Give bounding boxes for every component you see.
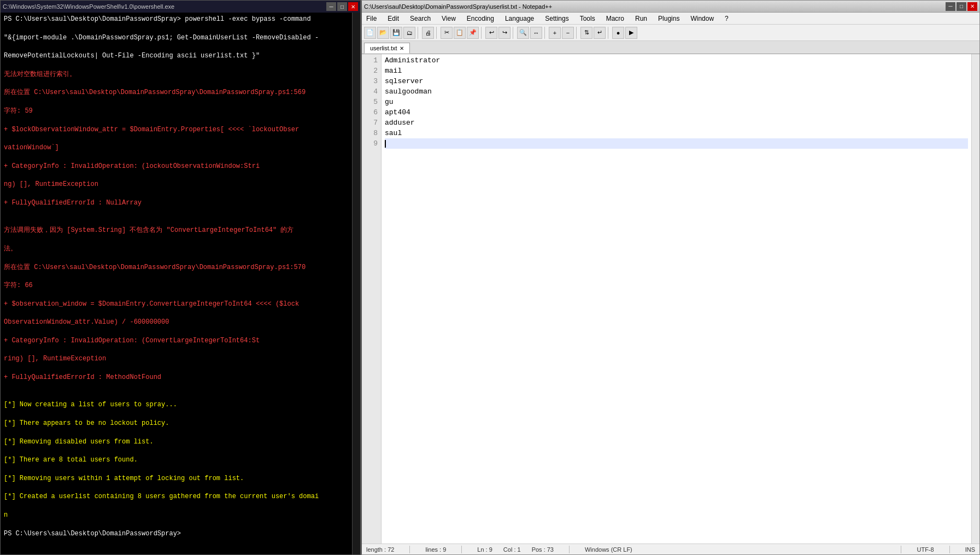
- line-number-8: 8: [362, 128, 381, 138]
- editor-line-2: mail: [385, 66, 968, 76]
- ps-line: + $observation_window = $DomainEntry.Con…: [4, 300, 349, 309]
- ps-scrollbar[interactable]: [352, 13, 360, 554]
- status-col: Col : 1: [503, 546, 521, 553]
- toolbar-wrap[interactable]: ↵: [594, 27, 606, 39]
- toolbar-sync-scroll[interactable]: ⇅: [580, 27, 592, 39]
- editor-line-8: saul: [385, 128, 968, 138]
- toolbar-paste[interactable]: 📌: [467, 27, 479, 39]
- notepadpp-window[interactable]: C:\Users\saul\Desktop\DomainPasswordSpra…: [361, 0, 980, 555]
- menu-item-language[interactable]: Language: [503, 14, 536, 24]
- menu-item-run[interactable]: Run: [633, 14, 649, 24]
- toolbar-macro-play[interactable]: ▶: [625, 27, 637, 39]
- npp-editor-area[interactable]: 123456789 Administratormailsqlserversaul…: [362, 54, 979, 544]
- status-sep4: [901, 546, 901, 553]
- toolbar-macro[interactable]: ●: [612, 27, 624, 39]
- ps-line: RemovePotentialLockouts| Out-File -Encod…: [4, 51, 349, 61]
- toolbar-cut[interactable]: ✂: [441, 27, 453, 39]
- editor-line-9: [385, 138, 968, 149]
- toolbar-save[interactable]: 💾: [390, 27, 402, 39]
- ps-line: [*] Removing disabled users from list.: [4, 437, 349, 447]
- line-number-4: 4: [362, 86, 381, 97]
- toolbar-replace[interactable]: ↔: [530, 27, 542, 39]
- npp-scrollbar-v[interactable]: [971, 54, 979, 544]
- menu-item-macro[interactable]: Macro: [604, 14, 626, 24]
- menu-item-?[interactable]: ?: [723, 14, 731, 24]
- ps-line: 方法调用失败，因为 [System.String] 不包含名为 "Convert…: [4, 226, 349, 235]
- toolbar-copy[interactable]: 📋: [454, 27, 466, 39]
- ps-line: [*] There are 8 total users found.: [4, 455, 349, 465]
- status-lines: lines : 9: [425, 546, 446, 553]
- powershell-window[interactable]: C:\Windows\System32\WindowsPowerShell\v1…: [0, 0, 361, 555]
- menu-item-edit[interactable]: Edit: [385, 14, 401, 24]
- menu-item-tools[interactable]: Tools: [578, 14, 597, 24]
- menu-item-encoding[interactable]: Encoding: [465, 14, 496, 24]
- toolbar-sep5: [544, 27, 547, 39]
- toolbar-zoom-in[interactable]: +: [549, 27, 561, 39]
- npp-titlebar: C:\Users\saul\Desktop\DomainPasswordSpra…: [362, 1, 979, 13]
- ps-line: ObservationWindow_attr.Value) / -6000000…: [4, 318, 349, 327]
- toolbar-open[interactable]: 📂: [377, 27, 389, 39]
- status-ln: Ln : 9: [477, 546, 492, 553]
- toolbar-print[interactable]: 🖨: [422, 27, 434, 39]
- ps-minimize-button[interactable]: ─: [326, 2, 336, 11]
- menu-item-window[interactable]: Window: [688, 14, 716, 24]
- menu-item-plugins[interactable]: Plugins: [656, 14, 682, 24]
- toolbar-sep2: [436, 27, 438, 39]
- status-eol: Windows (CR LF): [585, 546, 886, 553]
- line-number-1: 1: [362, 55, 381, 66]
- ps-close-button[interactable]: ✕: [348, 2, 358, 11]
- ps-maximize-button[interactable]: □: [337, 2, 347, 11]
- toolbar-zoom-out[interactable]: −: [562, 27, 574, 39]
- npp-maximize-button[interactable]: □: [956, 2, 966, 11]
- menu-item-view[interactable]: View: [439, 14, 458, 24]
- ps-line: + FullyQualifiedErrorId : MethodNotFound: [4, 373, 349, 382]
- ps-titlebar: C:\Windows\System32\WindowsPowerShell\v1…: [1, 1, 360, 13]
- toolbar-save-all[interactable]: 🗂: [403, 27, 415, 39]
- toolbar-redo[interactable]: ↪: [498, 27, 510, 39]
- ps-line: 字符: 59: [4, 107, 349, 116]
- ps-line: 法。: [4, 244, 349, 254]
- status-ins: INS: [965, 546, 975, 553]
- toolbar-new[interactable]: 📄: [364, 27, 376, 39]
- ps-line: [*] Created a userlist containing 8 user…: [4, 492, 349, 501]
- ps-window-controls[interactable]: ─ □ ✕: [326, 2, 358, 11]
- ps-line: ng) [], RuntimeException: [4, 180, 349, 189]
- ps-title: C:\Windows\System32\WindowsPowerShell\v1…: [3, 3, 174, 10]
- menu-item-search[interactable]: Search: [408, 14, 433, 24]
- menu-item-settings[interactable]: Settings: [543, 14, 571, 24]
- toolbar-sep4: [513, 27, 515, 39]
- ps-line: n: [4, 511, 349, 520]
- ps-line: 字符: 66: [4, 281, 349, 290]
- npp-tabs[interactable]: userlist.txt ✕: [362, 41, 979, 54]
- npp-line-numbers: 123456789: [362, 54, 382, 544]
- npp-title: C:\Users\saul\Desktop\DomainPasswordSpra…: [364, 3, 552, 10]
- line-number-6: 6: [362, 107, 381, 118]
- line-number-3: 3: [362, 76, 381, 86]
- ps-output: PS C:\Users\saul\Desktop\DomainPasswordS…: [1, 13, 352, 554]
- editor-line-5: gu: [385, 97, 968, 107]
- editor-line-7: adduser: [385, 118, 968, 128]
- tab-userlist[interactable]: userlist.txt ✕: [364, 43, 410, 54]
- text-cursor: [385, 140, 386, 148]
- status-sep2: [461, 546, 462, 553]
- toolbar-find[interactable]: 🔍: [517, 27, 529, 39]
- npp-close-button[interactable]: ✕: [967, 2, 977, 11]
- toolbar-sep6: [576, 27, 578, 39]
- status-sep1: [409, 546, 410, 553]
- npp-minimize-button[interactable]: ─: [946, 2, 955, 11]
- editor-line-3: sqlserver: [385, 76, 968, 86]
- npp-statusbar: length : 72 lines : 9 Ln : 9 Col : 1 Pos…: [362, 544, 979, 554]
- ps-line: PS C:\Users\saul\Desktop\DomainPasswordS…: [4, 15, 349, 24]
- ps-line: [*] Now creating a list of users to spra…: [4, 400, 349, 410]
- npp-editor[interactable]: Administratormailsqlserversaulgoodmangua…: [382, 54, 971, 544]
- npp-toolbar: 📄 📂 💾 🗂 🖨 ✂ 📋 📌 ↩ ↪ 🔍 ↔ + − ⇅ ↵ ● ▶: [362, 25, 979, 41]
- npp-menubar: FileEditSearchViewEncodingLanguageSettin…: [362, 13, 979, 25]
- npp-window-controls[interactable]: ─ □ ✕: [946, 2, 977, 11]
- toolbar-undo[interactable]: ↩: [485, 27, 497, 39]
- tab-close-icon[interactable]: ✕: [400, 45, 404, 51]
- status-pos: Pos : 73: [532, 546, 554, 553]
- menu-item-file[interactable]: File: [364, 14, 379, 24]
- status-length: length : 72: [366, 546, 394, 553]
- toolbar-sep7: [608, 27, 610, 39]
- ps-line: + CategoryInfo : InvalidOperation: (Conv…: [4, 336, 349, 346]
